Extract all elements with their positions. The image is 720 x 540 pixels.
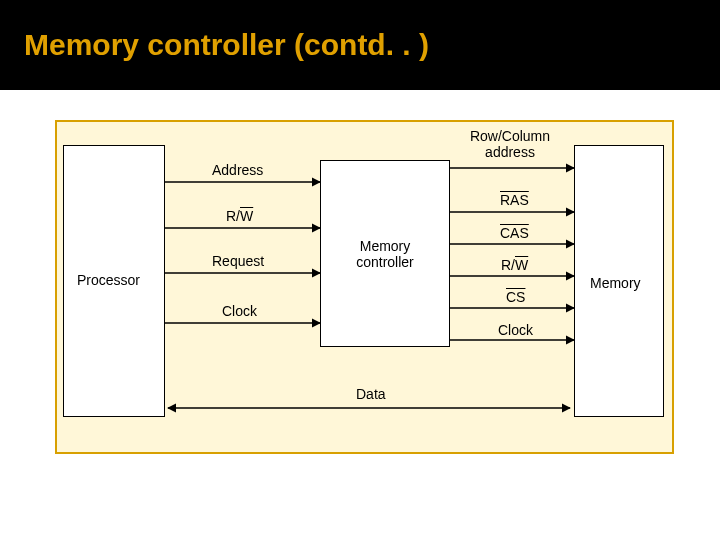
rowcol-label-1: Row/Column <box>455 128 565 144</box>
request-label: Request <box>212 253 264 269</box>
cs-label: CS <box>506 289 525 305</box>
cas-label: CAS <box>500 225 529 241</box>
rw-right-label: R/W <box>501 257 528 273</box>
clock-right-label: Clock <box>498 322 533 338</box>
memctrl-label-1: Memory <box>330 238 440 254</box>
rw-right-pre: R/ <box>501 257 515 273</box>
rowcol-label-2: address <box>455 144 565 160</box>
rw-right-ov: W <box>515 257 528 273</box>
data-bus-label: Data <box>356 386 386 402</box>
processor-label: Processor <box>77 272 140 288</box>
memory-label: Memory <box>590 275 641 291</box>
slide-title: Memory controller (contd. . ) <box>24 28 429 62</box>
rw-left-pre: R/ <box>226 208 240 224</box>
diagram-stage: Processor Memory controller Memory Addre… <box>0 90 720 540</box>
rw-left-label: R/W <box>226 208 253 224</box>
clock-left-label: Clock <box>222 303 257 319</box>
address-label: Address <box>212 162 263 178</box>
rw-left-ov: W <box>240 208 253 224</box>
memctrl-label-2: controller <box>330 254 440 270</box>
title-bar: Memory controller (contd. . ) <box>0 0 720 90</box>
ras-label: RAS <box>500 192 529 208</box>
